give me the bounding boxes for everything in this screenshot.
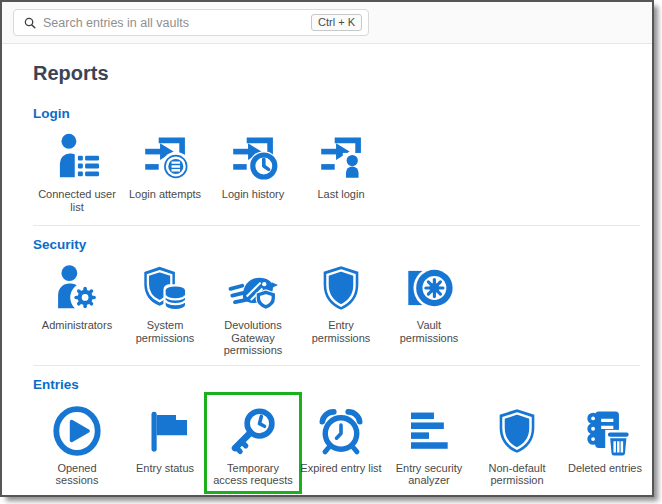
report-tile-system-permissions[interactable]: System permissions bbox=[121, 260, 209, 344]
report-tile-label: Opened sessions bbox=[36, 462, 118, 487]
section-divider bbox=[33, 365, 640, 366]
last-login-icon bbox=[314, 129, 368, 185]
reports-page: Reports LoginConnected user listLogin at… bbox=[2, 62, 652, 487]
report-tile-entry-permissions[interactable]: Entry permissions bbox=[297, 260, 385, 344]
report-tile-label: Devolutions Gateway permissions bbox=[212, 319, 294, 357]
report-tile-label: Entry status bbox=[124, 462, 206, 475]
login-history-icon bbox=[226, 129, 280, 185]
report-tile-label: Vault permissions bbox=[388, 319, 470, 344]
search-box[interactable]: Ctrl + K bbox=[13, 9, 369, 36]
report-tile-label: Expired entry list bbox=[300, 462, 382, 475]
report-tile-label: Entry security analyzer bbox=[388, 462, 470, 487]
report-tile-connected-user-list[interactable]: Connected user list bbox=[33, 129, 121, 213]
report-tile-label: Connected user list bbox=[36, 188, 118, 213]
report-tile-label: Last login bbox=[300, 188, 382, 201]
gateway-bird-icon bbox=[226, 260, 280, 316]
vault-wheel-icon bbox=[402, 260, 456, 316]
report-tile-label: Login history bbox=[212, 188, 294, 201]
flag-icon bbox=[138, 403, 192, 459]
top-header: Ctrl + K bbox=[2, 2, 652, 44]
page-title: Reports bbox=[33, 62, 652, 85]
play-circle-icon bbox=[50, 403, 104, 459]
section-login: LoginConnected user listLogin attemptsLo… bbox=[33, 107, 652, 213]
bar-chart-icon bbox=[402, 403, 456, 459]
report-tile-opened-sessions[interactable]: Opened sessions bbox=[33, 403, 121, 487]
section-title-entries: Entries bbox=[33, 378, 652, 392]
login-attempts-icon bbox=[138, 129, 192, 185]
report-tile-entry-security-analyzer[interactable]: Entry security analyzer bbox=[385, 403, 473, 487]
user-list-icon bbox=[50, 129, 104, 185]
report-tile-login-history[interactable]: Login history bbox=[209, 129, 297, 201]
alarm-clock-icon bbox=[314, 403, 368, 459]
report-tile-expired-entry-list[interactable]: Expired entry list bbox=[297, 403, 385, 475]
section-security: SecurityAdministratorsSystem permissions… bbox=[33, 238, 652, 357]
report-tile-non-default-permission[interactable]: Non-default permission bbox=[473, 403, 561, 487]
report-tile-label: Deleted entries bbox=[564, 462, 646, 475]
section-title-login: Login bbox=[33, 107, 652, 121]
report-tiles-row: Connected user listLogin attemptsLogin h… bbox=[33, 129, 652, 213]
app-window: Ctrl + K Reports LoginConnected user lis… bbox=[0, 0, 654, 497]
report-tile-label: System permissions bbox=[124, 319, 206, 344]
key-clock-icon bbox=[226, 403, 280, 459]
section-title-security: Security bbox=[33, 238, 652, 252]
report-tile-vault-permissions[interactable]: Vault permissions bbox=[385, 260, 473, 344]
report-tile-login-attempts[interactable]: Login attempts bbox=[121, 129, 209, 201]
report-tiles-row: Opened sessionsEntry statusTemporary acc… bbox=[33, 403, 652, 487]
report-tiles-row: AdministratorsSystem permissionsDevoluti… bbox=[33, 260, 652, 357]
shield-database-icon bbox=[138, 260, 192, 316]
report-tile-deleted-entries[interactable]: Deleted entries bbox=[561, 403, 649, 475]
sections: LoginConnected user listLogin attemptsLo… bbox=[33, 107, 652, 487]
report-tile-temporary-access-requests[interactable]: Temporary access requests bbox=[209, 403, 297, 487]
user-gear-icon bbox=[50, 260, 104, 316]
report-tile-administrators[interactable]: Administrators bbox=[33, 260, 121, 332]
report-tile-label: Non-default permission bbox=[476, 462, 558, 487]
notebook-trash-icon bbox=[578, 403, 632, 459]
section-entries: EntriesOpened sessionsEntry statusTempor… bbox=[33, 378, 652, 487]
search-input[interactable] bbox=[37, 16, 311, 30]
section-divider bbox=[33, 225, 640, 226]
report-tile-last-login[interactable]: Last login bbox=[297, 129, 385, 201]
report-tile-entry-status[interactable]: Entry status bbox=[121, 403, 209, 475]
report-tile-label: Administrators bbox=[36, 319, 118, 332]
shortcut-hint-badge: Ctrl + K bbox=[311, 14, 362, 31]
shield-icon bbox=[490, 403, 544, 459]
report-tile-label: Temporary access requests bbox=[212, 462, 294, 487]
search-icon bbox=[23, 16, 37, 30]
report-tile-label: Login attempts bbox=[124, 188, 206, 201]
shield-icon bbox=[314, 260, 368, 316]
report-tile-devolutions-gateway-permissions[interactable]: Devolutions Gateway permissions bbox=[209, 260, 297, 357]
report-tile-label: Entry permissions bbox=[300, 319, 382, 344]
